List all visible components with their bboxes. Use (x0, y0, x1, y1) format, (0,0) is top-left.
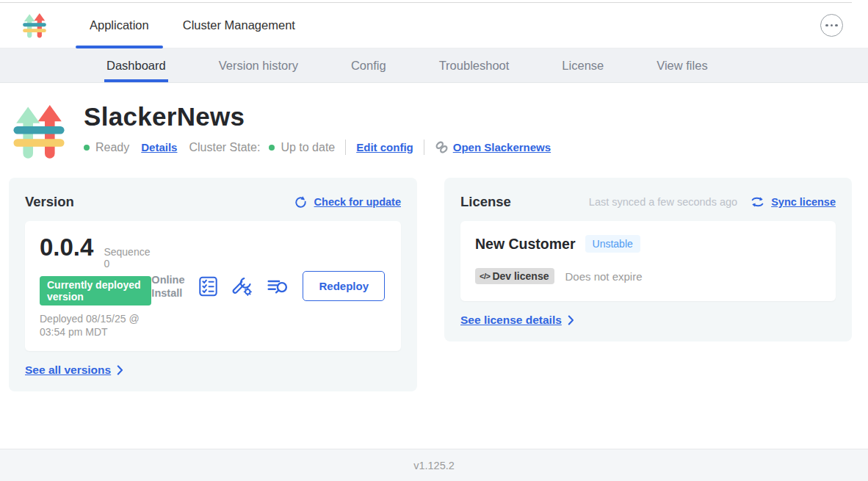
license-card: License Last synced a few seconds ago Sy… (444, 178, 852, 341)
cluster-state-dot (269, 145, 275, 151)
see-all-versions-link[interactable]: See all versions (25, 364, 123, 377)
tab-view-files[interactable]: View files (657, 48, 707, 82)
link-chain-icon (435, 140, 449, 154)
tab-view-files-label: View files (657, 59, 707, 73)
check-for-update-link[interactable]: Check for update (314, 196, 401, 208)
tab-license[interactable]: License (562, 48, 604, 82)
deploy-logs-icon[interactable] (267, 277, 289, 296)
last-synced-text: Last synced a few seconds ago (589, 196, 737, 208)
chevron-right-icon (568, 315, 574, 325)
sync-icon (751, 196, 764, 208)
customer-name: New Customer (475, 236, 576, 253)
divider (424, 140, 424, 155)
version-sequence: Sequence 0 (104, 246, 151, 270)
preflight-checks-icon[interactable] (198, 276, 218, 297)
console-version-text: v1.125.2 (413, 460, 455, 471)
chevron-right-icon (117, 365, 123, 375)
deployed-timestamp: Deployed 08/15/25 @ 03:54 pm MDT (40, 312, 151, 339)
dashboard-cards: Version Check for update 0.0.4 Sequence … (0, 178, 868, 391)
open-app-link[interactable]: Open Slackernews (453, 141, 551, 153)
tab-version-history-label: Version history (219, 59, 298, 73)
refresh-icon (294, 195, 308, 209)
tab-version-history[interactable]: Version history (219, 48, 298, 82)
divider (345, 140, 346, 155)
wrench-gear-config-icon[interactable] (232, 276, 253, 297)
see-license-details-link[interactable]: See license details (460, 314, 574, 327)
app-status-text: Ready (95, 141, 129, 154)
tab-config-label: Config (351, 59, 386, 73)
current-version-panel: 0.0.4 Sequence 0 Currently deployed vers… (25, 221, 401, 351)
version-card: Version Check for update 0.0.4 Sequence … (9, 178, 417, 391)
tab-dashboard[interactable]: Dashboard (106, 48, 166, 82)
expiry-text: Does not expire (565, 270, 642, 283)
version-number: 0.0.4 (40, 234, 93, 261)
license-card-title: License (460, 194, 511, 210)
primary-nav: Application Cluster Management (0, 3, 868, 48)
page-title: SlackerNews (84, 102, 551, 131)
slackernews-logo-icon (22, 11, 47, 40)
license-summary-panel: New Customer Unstable </> Dev license Do… (460, 221, 836, 301)
tab-application[interactable]: Application (78, 3, 161, 48)
admin-console-page: Application Cluster Management Dashboard… (0, 0, 868, 481)
tab-troubleshoot[interactable]: Troubleshoot (439, 48, 510, 82)
app-footer: v1.125.2 (0, 449, 868, 481)
tab-application-label: Application (90, 18, 149, 32)
tab-license-label: License (562, 59, 604, 73)
cluster-state-label: Cluster State: (189, 141, 260, 154)
redeploy-button[interactable]: Redeploy (303, 271, 385, 301)
tab-cluster-management-label: Cluster Management (183, 18, 295, 32)
secondary-nav: Dashboard Version history Config Trouble… (0, 48, 868, 83)
ellipsis-icon (825, 24, 828, 27)
app-hero: SlackerNews Ready Details Cluster State:… (0, 83, 868, 162)
tab-cluster-management[interactable]: Cluster Management (171, 3, 307, 48)
tab-config[interactable]: Config (351, 48, 386, 82)
details-link[interactable]: Details (141, 141, 177, 153)
overflow-menu-button[interactable] (820, 14, 843, 37)
app-logo (12, 102, 66, 162)
deployed-status-badge: Currently deployed version (40, 276, 151, 305)
license-type-tag: </> Dev license (475, 268, 554, 284)
app-status-row: Ready Details Cluster State: Up to date … (84, 140, 551, 155)
cluster-state-text: Up to date (281, 141, 335, 154)
channel-badge: Unstable (585, 235, 640, 253)
sync-license-link[interactable]: Sync license (771, 196, 836, 208)
install-type-label: Online Install (151, 273, 184, 300)
tab-dashboard-label: Dashboard (106, 59, 166, 73)
tab-troubleshoot-label: Troubleshoot (439, 59, 510, 73)
edit-config-link[interactable]: Edit config (356, 141, 413, 153)
app-status-dot (84, 145, 90, 151)
version-card-title: Version (25, 194, 74, 210)
nav-spacer (317, 3, 820, 48)
code-icon: </> (480, 272, 490, 281)
license-type-label: Dev license (492, 270, 549, 282)
